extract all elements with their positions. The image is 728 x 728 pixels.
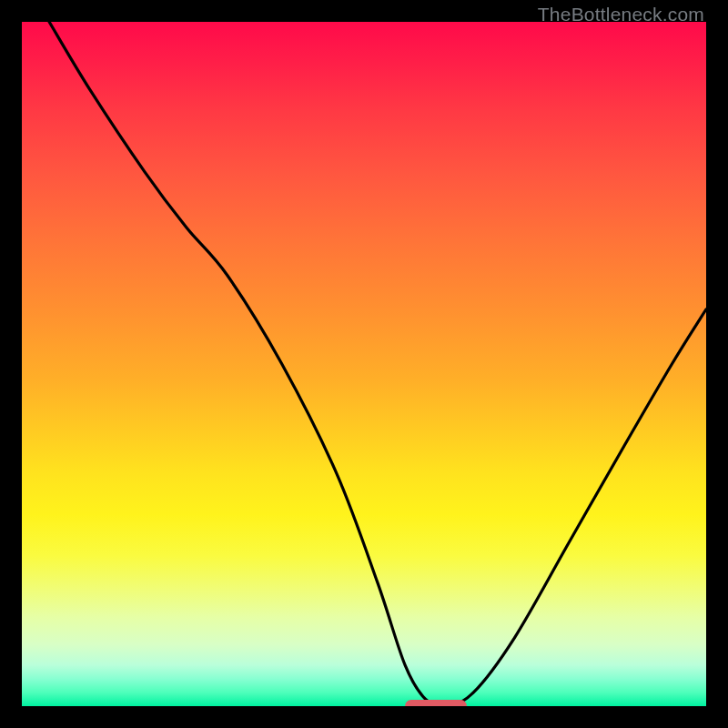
chart-stage: TheBottleneck.com [0,0,728,728]
optimal-range-marker [405,700,467,706]
plot-area [22,22,706,706]
bottleneck-curve [22,22,706,706]
watermark-text: TheBottleneck.com [538,4,704,25]
